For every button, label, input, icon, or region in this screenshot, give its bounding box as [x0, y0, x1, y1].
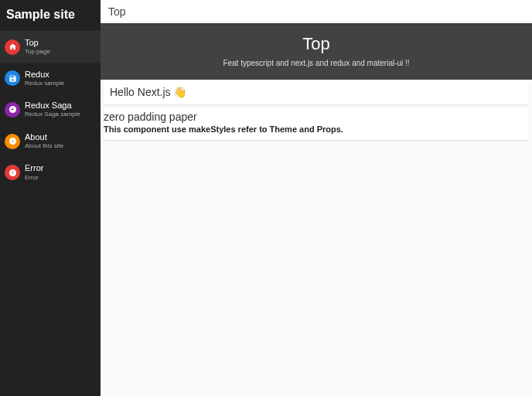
greeting-paper: Hello Next.js 👋	[104, 80, 529, 104]
hero-title: Top	[108, 34, 524, 54]
sidebar-item-sub: Redux sample	[25, 80, 64, 87]
sidebar-item-label: About	[25, 132, 63, 142]
sidebar-item-label: Top	[25, 38, 50, 48]
main: Top Top Feat typescript and next.js and …	[101, 0, 532, 396]
sidebar-item-label: Error	[25, 163, 43, 173]
site-title: Sample site	[0, 0, 101, 31]
timer-icon	[5, 102, 20, 118]
hero-subtitle: Feat typescript and next.js and redux an…	[108, 59, 524, 67]
sidebar: Sample site Top Top page Redux Redux sam…	[0, 0, 101, 396]
home-icon	[5, 39, 20, 55]
error-icon	[5, 165, 20, 180]
save-icon	[5, 70, 20, 86]
sidebar-item-label: Redux	[25, 70, 64, 80]
zero-title: zero padding paper	[104, 111, 529, 123]
sidebar-item-redux-saga[interactable]: Redux Saga Redux Saga sample	[0, 94, 101, 125]
greeting-text: Hello Next.js 👋	[110, 86, 186, 98]
sidebar-item-label: Redux Saga	[25, 101, 80, 111]
sidebar-item-sub: About this site	[25, 142, 63, 150]
sidebar-item-redux[interactable]: Redux Redux sample	[0, 63, 101, 94]
info-icon	[5, 134, 20, 149]
sidebar-item-sub: Redux Saga sample	[25, 111, 80, 118]
topbar: Top	[101, 0, 532, 23]
sidebar-item-sub: Top page	[25, 48, 50, 56]
zero-padding-paper: zero padding paper This component use ma…	[104, 108, 529, 140]
sidebar-item-error[interactable]: Error Error	[0, 156, 101, 188]
page-title: Top	[108, 5, 126, 18]
zero-body: This component use makeStyles refer to T…	[104, 125, 529, 134]
sidebar-item-sub: Error	[25, 174, 43, 182]
sidebar-item-top[interactable]: Top Top page	[0, 31, 101, 63]
hero: Top Feat typescript and next.js and redu…	[101, 23, 532, 80]
sidebar-item-about[interactable]: About About this site	[0, 125, 101, 157]
